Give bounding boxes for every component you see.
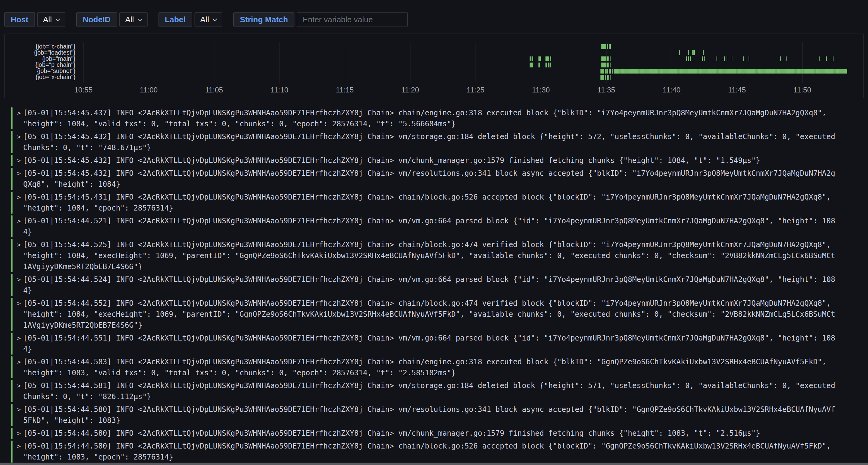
event-mark — [550, 57, 551, 61]
x-gridline — [345, 42, 345, 83]
expand-chevron-icon[interactable]: > — [15, 239, 23, 272]
log-message: [05-01|15:54:44.551] INFO <2AcRkXTLLtQjv… — [23, 333, 836, 355]
event-mark — [716, 57, 717, 61]
event-mark — [546, 63, 547, 67]
x-axis-tick-label: 10:55 — [62, 86, 105, 94]
chevron-down-icon — [55, 16, 60, 21]
x-axis-tick-label: 11:40 — [650, 86, 693, 94]
expand-chevron-icon[interactable]: > — [15, 168, 23, 190]
log-level-indicator — [11, 215, 12, 237]
log-row[interactable]: >[05-01|15:54:45.432] INFO <2AcRkXTLLtQj… — [11, 168, 860, 190]
event-mark — [690, 57, 691, 61]
x-axis-tick-label: 11:35 — [585, 86, 628, 94]
log-level-indicator — [11, 356, 12, 378]
log-row[interactable]: >[05-01|15:54:44.583] INFO <2AcRkXTLLtQj… — [11, 356, 860, 378]
nodeid-variable-label: NodeID — [76, 12, 117, 27]
event-mark — [609, 75, 609, 80]
log-row[interactable]: >[05-01|15:54:44.524] INFO <2AcRkXTLLtQj… — [11, 274, 860, 296]
log-row[interactable]: >[05-01|15:54:45.432] INFO <2AcRkXTLLtQj… — [11, 155, 860, 166]
log-message: [05-01|15:54:44.580] INFO <2AcRkXTLLtQjv… — [23, 404, 836, 426]
log-message: [05-01|15:54:44.525] INFO <2AcRkXTLLtQjv… — [23, 239, 836, 272]
event-mark — [692, 51, 693, 55]
x-axis-tick-label: 11:10 — [258, 86, 301, 94]
label-variable-dropdown[interactable]: All — [194, 12, 223, 27]
event-mark — [609, 57, 609, 61]
expand-chevron-icon[interactable]: > — [15, 274, 23, 296]
expand-chevron-icon[interactable]: > — [15, 441, 23, 463]
expand-chevron-icon[interactable]: > — [15, 107, 23, 129]
log-row[interactable]: >[05-01|15:54:45.432] INFO <2AcRkXTLLtQj… — [11, 131, 860, 153]
event-mark — [607, 75, 608, 80]
event-mark — [607, 69, 608, 73]
event-mark — [679, 51, 680, 55]
event-mark — [609, 69, 610, 73]
event-mark — [538, 57, 540, 61]
log-level-indicator — [11, 298, 12, 331]
expand-chevron-icon[interactable]: > — [15, 192, 23, 213]
expand-chevron-icon[interactable]: > — [15, 215, 23, 237]
x-gridline — [279, 42, 280, 83]
legend-item[interactable]: {job="subnet"} — [5, 68, 75, 74]
legend-item[interactable]: {job="loadtest"} — [5, 49, 75, 56]
expand-chevron-icon[interactable]: > — [15, 155, 23, 166]
event-mark — [547, 57, 549, 61]
log-row[interactable]: >[05-01|15:54:44.580] INFO <2AcRkXTLLtQj… — [11, 404, 860, 426]
x-axis-tick-label: 11:25 — [454, 86, 497, 94]
x-gridline — [475, 42, 476, 83]
expand-chevron-icon[interactable]: > — [15, 333, 23, 355]
string-match-label: String Match — [233, 12, 294, 27]
x-axis-tick-label: 11:00 — [127, 86, 170, 94]
host-variable-dropdown[interactable]: All — [37, 12, 65, 27]
log-row[interactable]: >[05-01|15:54:44.525] INFO <2AcRkXTLLtQj… — [11, 239, 860, 272]
event-mark — [786, 57, 787, 61]
expand-chevron-icon[interactable]: > — [15, 380, 23, 402]
legend-item[interactable]: {job="x-chain"} — [5, 74, 75, 80]
log-row[interactable]: >[05-01|15:54:44.580] INFO <2AcRkXTLLtQj… — [11, 428, 860, 439]
log-message: [05-01|15:54:45.431] INFO <2AcRkXTLLtQjv… — [23, 192, 836, 213]
event-mark — [612, 69, 613, 73]
event-mark — [607, 63, 608, 67]
horizontal-scrollbar[interactable] — [0, 463, 868, 465]
log-row[interactable]: >[05-01|15:54:44.552] INFO <2AcRkXTLLtQj… — [11, 298, 860, 331]
log-message: [05-01|15:54:44.580] INFO <2AcRkXTLLtQjv… — [23, 441, 836, 463]
event-mark — [819, 57, 820, 61]
log-message: [05-01|15:54:44.581] INFO <2AcRkXTLLtQjv… — [23, 380, 836, 402]
event-mark — [601, 44, 606, 49]
log-level-indicator — [11, 333, 12, 355]
expand-chevron-icon[interactable]: > — [15, 131, 23, 153]
log-message: [05-01|15:54:45.437] INFO <2AcRkXTLLtQjv… — [23, 107, 836, 129]
log-level-indicator — [11, 441, 12, 463]
x-gridline — [149, 42, 149, 83]
expand-chevron-icon[interactable]: > — [15, 404, 23, 426]
nodeid-variable-dropdown[interactable]: All — [119, 12, 148, 27]
event-mark — [703, 51, 704, 55]
expand-chevron-icon[interactable]: > — [15, 428, 23, 439]
chevron-down-icon — [137, 16, 142, 21]
string-match-input[interactable] — [297, 12, 408, 27]
legend-item[interactable]: {job="p-chain"} — [5, 62, 75, 68]
expand-chevron-icon[interactable]: > — [15, 298, 23, 331]
x-gridline — [672, 42, 672, 83]
log-row[interactable]: >[05-01|15:54:45.431] INFO <2AcRkXTLLtQj… — [11, 192, 860, 213]
log-level-indicator — [11, 380, 12, 402]
log-row[interactable]: >[05-01|15:54:44.581] INFO <2AcRkXTLLtQj… — [11, 380, 860, 402]
event-mark — [694, 51, 695, 55]
x-axis-tick-label: 11:05 — [193, 86, 236, 94]
event-mark — [610, 69, 611, 73]
x-axis-tick-label: 11:15 — [323, 86, 366, 94]
legend-item[interactable]: {job="main"} — [5, 56, 75, 62]
event-mark — [548, 63, 550, 67]
event-mark — [530, 57, 531, 61]
expand-chevron-icon[interactable]: > — [15, 356, 23, 378]
log-row[interactable]: >[05-01|15:54:44.580] INFO <2AcRkXTLLtQj… — [11, 441, 860, 463]
event-mark — [600, 69, 604, 73]
legend-item[interactable]: {job="c-chain"} — [5, 43, 75, 49]
event-mark — [601, 63, 606, 67]
log-row[interactable]: >[05-01|15:54:44.551] INFO <2AcRkXTLLtQj… — [11, 333, 860, 355]
log-row[interactable]: >[05-01|15:54:44.521] INFO <2AcRkXTLLtQj… — [11, 215, 860, 237]
log-row[interactable]: >[05-01|15:54:45.437] INFO <2AcRkXTLLtQj… — [11, 107, 860, 129]
event-mark — [550, 63, 551, 67]
log-level-indicator — [11, 274, 12, 296]
string-match-group: String Match — [233, 12, 407, 27]
log-message: [05-01|15:54:44.583] INFO <2AcRkXTLLtQjv… — [23, 356, 836, 378]
